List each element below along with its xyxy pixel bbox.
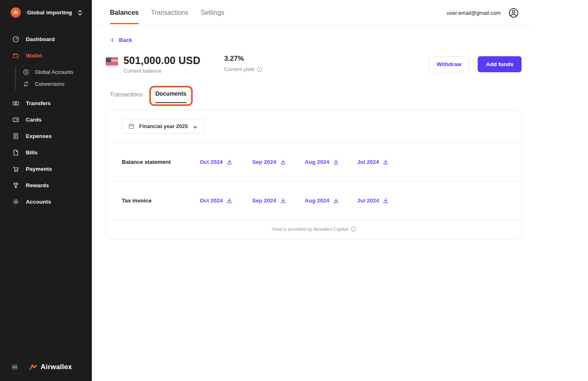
row-label: Balance statement (122, 159, 200, 165)
content: Back 501,000.00 USD Current balance 3.27… (92, 26, 533, 239)
sorter-chevrons-icon[interactable] (77, 9, 83, 16)
back-label: Back (119, 37, 132, 43)
calendar-icon (128, 123, 134, 129)
balance-block: 501,000.00 USD Current balance (123, 55, 201, 74)
download-link[interactable]: Sep 2024 (252, 197, 305, 204)
sidebar-item-label: Cards (26, 117, 41, 123)
download-link[interactable]: Oct 2024 (200, 197, 252, 204)
wallet-icon (12, 52, 19, 59)
download-link-label: Sep 2024 (252, 159, 276, 165)
download-link[interactable]: Jul 2024 (357, 197, 410, 204)
wallet-subnav: $ Global Accounts Conversions (0, 65, 92, 91)
yield-block: 3.27% Current yield (224, 55, 263, 72)
sidebar-item-bills[interactable]: Bills (0, 144, 92, 161)
card-icon (12, 116, 19, 123)
subtab-transactions[interactable]: Transactions (110, 91, 143, 103)
download-link-label: Sep 2024 (252, 197, 276, 204)
download-link-label: Aug 2024 (305, 159, 329, 165)
financial-year-dropdown[interactable]: Financial year 2025 (122, 119, 204, 134)
subtabs: Transactions Documents (110, 90, 533, 103)
download-link[interactable]: Aug 2024 (305, 159, 357, 165)
brand-name: Airwallex (41, 363, 72, 371)
add-funds-button[interactable]: Add funds (478, 56, 522, 72)
sidebar-item-dashboard[interactable]: Dashboard (0, 31, 92, 47)
yield-caption-label: Current yield (224, 66, 255, 72)
main-area: Balances Transactions Settings user.emai… (92, 0, 533, 381)
sidebar-item-accounts[interactable]: Accounts (0, 193, 92, 210)
download-link[interactable]: Jul 2024 (357, 159, 410, 165)
trophy-icon (12, 182, 19, 189)
sidebar-item-label: Payments (26, 166, 52, 172)
back-link[interactable]: Back (110, 37, 132, 43)
download-link[interactable]: Sep 2024 (252, 159, 305, 165)
sidebar-item-expenses[interactable]: Expenses (0, 128, 92, 144)
file-icon (12, 149, 19, 156)
svg-text:$: $ (25, 70, 27, 74)
sidebar-item-label: Dashboard (26, 36, 55, 42)
briefcase-icon (13, 10, 18, 15)
tab-balances[interactable]: Balances (110, 0, 139, 25)
chevron-down-icon (193, 124, 198, 129)
sidebar-item-label: Global Accounts (35, 69, 73, 75)
sidebar-item-label: Wallet (26, 53, 42, 59)
sidebar-item-label: Rewards (26, 182, 49, 188)
balance-caption: Current balance (123, 68, 201, 74)
download-link-label: Oct 2024 (200, 159, 223, 165)
balance-actions: Withdraw Add funds (428, 56, 522, 72)
sidebar: Global importing Dashboard Wallet (0, 0, 92, 381)
download-link[interactable]: Aug 2024 (305, 197, 357, 204)
download-icon (383, 159, 389, 165)
dollar-circle-icon: $ (23, 69, 29, 75)
info-icon[interactable] (257, 67, 262, 72)
us-flag-icon (106, 57, 118, 66)
download-icon (280, 197, 286, 204)
sidebar-item-label: Accounts (26, 199, 51, 205)
sidebar-item-global-accounts[interactable]: $ Global Accounts (0, 66, 92, 78)
subtab-documents[interactable]: Documents (155, 90, 187, 103)
sidebar-item-label: Transfers (26, 100, 51, 106)
tab-settings[interactable]: Settings (201, 0, 224, 25)
download-link-label: Aug 2024 (305, 197, 329, 204)
row-links: Oct 2024 Sep 2024 Aug 2024 Jul 2024 (200, 197, 410, 204)
download-link-label: Jul 2024 (357, 197, 379, 204)
topbar: Balances Transactions Settings user.emai… (92, 0, 533, 26)
user-avatar-icon[interactable] (508, 7, 519, 18)
card-footer: Yield is provided by Airwallex Capital (106, 220, 522, 239)
balance-header: 501,000.00 USD Current balance 3.27% Cur… (106, 55, 533, 74)
download-icon (333, 159, 339, 165)
yield-value: 3.27% (224, 55, 263, 63)
sidebar-item-cards[interactable]: Cards (0, 111, 92, 128)
sidebar-item-transfers[interactable]: Transfers (0, 95, 92, 111)
tab-transactions[interactable]: Transactions (151, 0, 188, 25)
sidebar-item-conversions[interactable]: Conversions (0, 78, 92, 90)
dashboard-icon (12, 36, 19, 43)
download-link-label: Oct 2024 (200, 197, 223, 204)
sidebar-item-label: Expenses (26, 133, 52, 139)
download-icon (333, 197, 339, 204)
chevron-left-icon (110, 37, 115, 43)
hamburger-menu-icon[interactable] (12, 365, 18, 370)
top-tabs: Balances Transactions Settings (110, 0, 224, 25)
banknote-icon (12, 100, 19, 107)
download-link-label: Jul 2024 (357, 159, 379, 165)
sidebar-item-rewards[interactable]: Rewards (0, 177, 92, 193)
receipt-icon (12, 133, 19, 140)
topbar-right: user.email@gmail.com (447, 7, 519, 18)
sidebar-footer: Airwallex (0, 363, 92, 381)
balance-amount: 501,000.00 USD (123, 55, 201, 67)
sidebar-item-label: Conversions (35, 81, 64, 87)
sidebar-nav: Dashboard Wallet $ Global Accounts (0, 31, 92, 210)
row-links: Oct 2024 Sep 2024 Aug 2024 Jul 2024 (200, 159, 410, 165)
download-icon (280, 159, 286, 165)
sidebar-item-wallet[interactable]: Wallet (0, 47, 92, 64)
documents-card: Financial year 2025 Balance statement Oc… (106, 110, 522, 239)
download-link[interactable]: Oct 2024 (200, 159, 252, 165)
sidebar-item-payments[interactable]: Payments (0, 161, 92, 177)
sidebar-item-label: Bills (26, 149, 38, 156)
row-label: Tax invoice (122, 197, 200, 204)
info-icon[interactable] (351, 226, 356, 232)
convert-arrows-icon (23, 81, 29, 87)
org-switcher[interactable]: Global importing (0, 0, 92, 18)
withdraw-button[interactable]: Withdraw (428, 56, 470, 72)
card-filter-section: Financial year 2025 (106, 110, 522, 142)
